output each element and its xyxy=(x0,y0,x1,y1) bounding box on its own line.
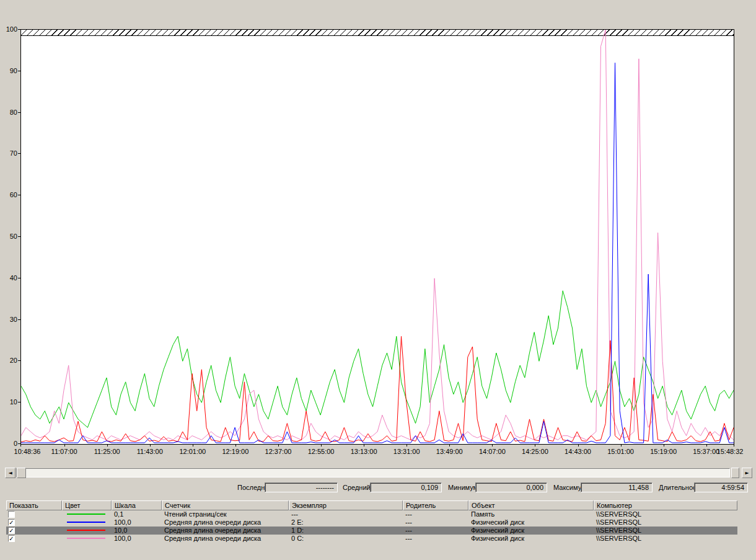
x-axis-tick xyxy=(407,445,407,447)
minimum-label: Минимум xyxy=(448,484,478,491)
legend-column-header[interactable]: Экземпляр xyxy=(289,500,403,510)
x-axis-label: 15:01:00 xyxy=(607,448,634,455)
legend-cell-counter: Чтений страниц/сек xyxy=(162,510,289,518)
legend-cell-computer: \\SERVERSQL xyxy=(594,527,737,535)
series-disk-queue-c xyxy=(21,30,734,440)
legend-cell-parent: --- xyxy=(403,535,468,543)
legend-cell-scale: 100,0 xyxy=(112,518,162,527)
scroll-right-button[interactable]: ► xyxy=(742,468,752,478)
y-axis-label: 90 xyxy=(0,67,17,74)
legend-row[interactable]: ✓100,0Средняя длина очереди диска0 C:---… xyxy=(6,535,737,543)
x-axis-label: 13:31:00 xyxy=(393,448,420,455)
x-axis-label: 13:13:00 xyxy=(351,448,377,455)
legend-cell-counter: Средняя длина очереди диска xyxy=(162,535,289,543)
legend-column-header[interactable]: Показать xyxy=(6,500,62,510)
x-axis-label: 12:19:00 xyxy=(222,448,248,455)
maximum-value-field: 11,458 xyxy=(581,482,653,492)
scroll-left-button[interactable]: ◄ xyxy=(5,468,15,478)
x-axis-label: 14:25:00 xyxy=(522,448,548,455)
series-disk-queue-d xyxy=(21,336,734,442)
x-axis-label: 11:25:00 xyxy=(94,448,120,455)
y-axis-label: 70 xyxy=(0,149,17,157)
x-axis-tick xyxy=(64,445,65,447)
legend-cell-object: Физический диск xyxy=(468,518,594,527)
legend-column-header[interactable]: Шкала xyxy=(112,500,162,510)
scrollbar-thumb[interactable] xyxy=(17,468,26,478)
legend-cell-counter: Средняя длина очереди диска xyxy=(162,518,289,527)
show-counter-checkbox[interactable] xyxy=(8,511,15,518)
x-axis-tick xyxy=(20,445,21,447)
x-axis-tick xyxy=(193,445,193,447)
chart-plot-area xyxy=(20,29,734,445)
legend-cell-computer: \\SERVERSQL xyxy=(594,535,737,543)
legend-row[interactable]: 0,1Чтений страниц/сек------Память\\SERVE… xyxy=(6,510,737,518)
counter-color-swatch xyxy=(67,538,105,539)
y-axis-label: 100 xyxy=(0,25,17,33)
x-axis-tick xyxy=(321,445,322,447)
scrollbar-thumb-right[interactable] xyxy=(731,468,739,478)
average-value-field: 0,109 xyxy=(370,482,442,492)
time-scrollbar[interactable]: ◄ ► xyxy=(5,468,752,478)
x-axis-tick xyxy=(492,445,493,447)
plot-svg xyxy=(21,30,734,444)
x-axis-label: 12:37:00 xyxy=(265,448,292,455)
show-counter-checkbox[interactable]: ✓ xyxy=(8,527,15,534)
legend-cell-object: Физический диск xyxy=(468,527,594,535)
x-axis-label: 15:37:00 xyxy=(693,448,719,455)
legend-cell-counter: Средняя длина очереди диска xyxy=(162,527,289,535)
legend-column-header[interactable]: Объект xyxy=(468,500,594,510)
x-axis-label: 14:43:00 xyxy=(565,448,591,455)
x-axis-label: 11:43:00 xyxy=(137,448,163,455)
x-axis-label: 15:19:00 xyxy=(650,448,677,455)
x-axis-tick xyxy=(664,445,664,447)
x-axis-label: 12:55:00 xyxy=(308,448,335,455)
legend-column-header[interactable]: Цвет xyxy=(62,500,112,510)
legend-cell-instance: --- xyxy=(289,510,403,518)
counter-color-swatch xyxy=(67,530,105,531)
scroll-right-icon: ► xyxy=(745,470,749,476)
legend-cell-parent: --- xyxy=(403,510,468,518)
scroll-left-icon: ◄ xyxy=(8,470,12,476)
x-axis-tick xyxy=(278,445,279,447)
legend-cell-parent: --- xyxy=(403,518,468,527)
legend-cell-scale: 0,1 xyxy=(112,510,162,518)
x-axis-tick xyxy=(706,445,707,447)
minimum-value-field: 0,000 xyxy=(475,482,547,492)
performance-monitor-graph-view: 0102030405060708090100 10:48:3611:07:001… xyxy=(0,0,756,560)
counter-legend: ПоказатьЦветШкалаСчетчикЭкземплярРодител… xyxy=(6,500,737,543)
legend-column-header[interactable]: Счетчик xyxy=(162,500,289,510)
series-pages-read xyxy=(21,291,734,428)
x-axis-tick xyxy=(535,445,535,447)
show-counter-checkbox[interactable]: ✓ xyxy=(8,535,15,542)
legend-cell-scale: 100,0 xyxy=(112,535,162,543)
show-counter-checkbox[interactable]: ✓ xyxy=(8,519,15,526)
y-axis-label: 80 xyxy=(0,109,17,116)
legend-cell-scale: 10,0 xyxy=(112,527,162,535)
legend-cell-computer: \\SERVERSQL xyxy=(594,510,737,518)
legend-cell-object: Физический диск xyxy=(468,535,594,543)
counter-color-swatch xyxy=(67,513,105,515)
x-axis-tick xyxy=(107,445,108,447)
x-axis-tick xyxy=(734,445,734,447)
legend-cell-computer: \\SERVERSQL xyxy=(594,518,737,527)
y-axis-label: 40 xyxy=(0,274,17,282)
y-axis-label: 50 xyxy=(0,233,17,240)
y-axis-label: 20 xyxy=(0,357,17,364)
counter-color-swatch xyxy=(67,522,105,523)
x-axis-label: 11:07:00 xyxy=(51,448,77,455)
x-axis-tick xyxy=(235,445,236,447)
legend-row[interactable]: ✓100,0Средняя длина очереди диска2 E:---… xyxy=(6,518,737,527)
legend-cell-parent: --- xyxy=(403,527,468,535)
legend-row[interactable]: ✓10,0Средняя длина очереди диска1 D:---Ф… xyxy=(6,527,737,535)
x-axis-tick xyxy=(621,445,622,447)
legend-column-header[interactable]: Компьютер xyxy=(594,500,737,510)
x-axis-label: 15:48:32 xyxy=(717,448,744,455)
x-axis-label: 12:01:00 xyxy=(179,448,206,455)
legend-column-header[interactable]: Родитель xyxy=(403,500,468,510)
legend-cell-instance: 0 C: xyxy=(289,535,403,543)
y-axis-label: 10 xyxy=(0,398,17,406)
x-axis-label: 10:48:36 xyxy=(14,448,41,455)
scrollbar-track[interactable] xyxy=(16,468,730,478)
y-axis-label: 30 xyxy=(0,316,17,323)
x-axis-label: 14:07:00 xyxy=(479,448,506,455)
